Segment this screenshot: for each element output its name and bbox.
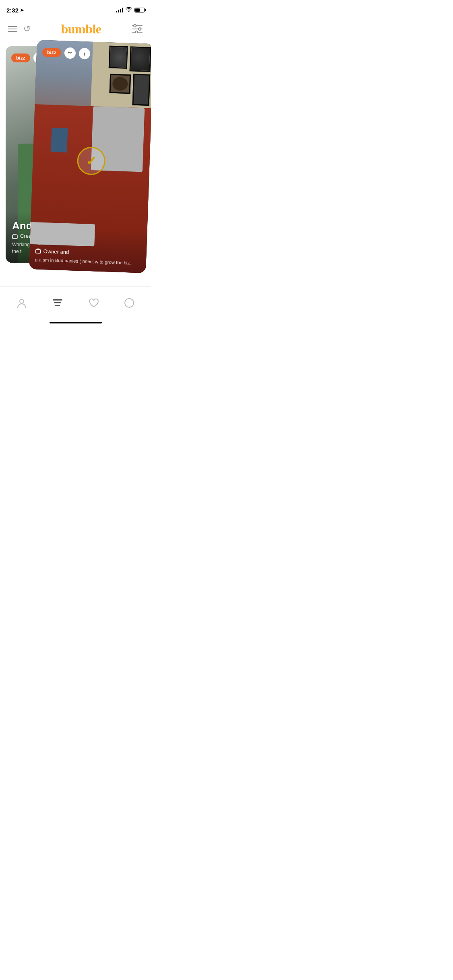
bottom-nav — [0, 286, 151, 327]
cards-container: bizz i Andra Creativ Working a years. Lo… — [0, 42, 151, 283]
scott-info: Scott Owner and g a sm in Bud panies ( n… — [29, 228, 147, 273]
status-time: 2:32 ➤ — [6, 7, 24, 14]
svg-point-4 — [139, 28, 141, 30]
wifi-icon — [126, 7, 132, 13]
home-indicator — [50, 322, 102, 323]
scott-bizz-badge: bizz — [42, 48, 61, 58]
scott-job-text: Owner and — [43, 248, 69, 255]
heart-icon — [88, 297, 99, 309]
time-display: 2:32 — [6, 7, 19, 14]
status-icons — [116, 7, 145, 13]
nav-messages[interactable] — [117, 294, 141, 312]
profile-icon — [16, 297, 27, 309]
svg-rect-12 — [55, 305, 60, 306]
menu-button[interactable] — [8, 26, 17, 32]
matches-icon — [52, 297, 64, 309]
bumble-logo: bumble — [61, 22, 101, 36]
location-icon: ➤ — [20, 8, 24, 13]
scott-badges: bizz i — [42, 47, 90, 60]
header-left: ↺ — [8, 24, 31, 34]
signal-bars-icon — [116, 8, 123, 12]
svg-rect-11 — [54, 302, 61, 303]
svg-rect-10 — [53, 299, 62, 301]
svg-point-2 — [134, 25, 136, 27]
svg-rect-7 — [12, 235, 17, 239]
scott-bio-suffix: g a sm in Bud panies ( nnect w to grow t… — [35, 257, 131, 265]
header: ↺ bumble — [0, 18, 151, 40]
messages-icon — [124, 297, 135, 309]
svg-point-0 — [128, 11, 129, 12]
battery-icon — [134, 8, 145, 12]
nav-profile[interactable] — [10, 294, 34, 312]
logo: bumble — [61, 22, 101, 37]
scott-info-icon: i — [79, 48, 90, 60]
nav-matches[interactable] — [45, 294, 70, 312]
check-icon: ✓ — [85, 153, 97, 169]
card-scott[interactable]: ✓ bizz i Scott Owner and — [29, 40, 151, 273]
svg-point-6 — [135, 31, 138, 33]
andrea-bizz-badge: bizz — [11, 54, 30, 62]
svg-point-9 — [20, 299, 24, 303]
svg-rect-8 — [36, 250, 41, 253]
status-bar: 2:32 ➤ — [0, 0, 151, 18]
back-button[interactable]: ↺ — [23, 24, 31, 34]
svg-point-13 — [125, 299, 134, 307]
scott-quote-icon — [64, 47, 76, 59]
nav-likes[interactable] — [82, 294, 106, 312]
text-blur-rect — [30, 222, 95, 247]
scott-bio: g a sm in Bud panies ( nnect w to grow t… — [35, 256, 141, 266]
filter-button[interactable] — [132, 23, 143, 35]
